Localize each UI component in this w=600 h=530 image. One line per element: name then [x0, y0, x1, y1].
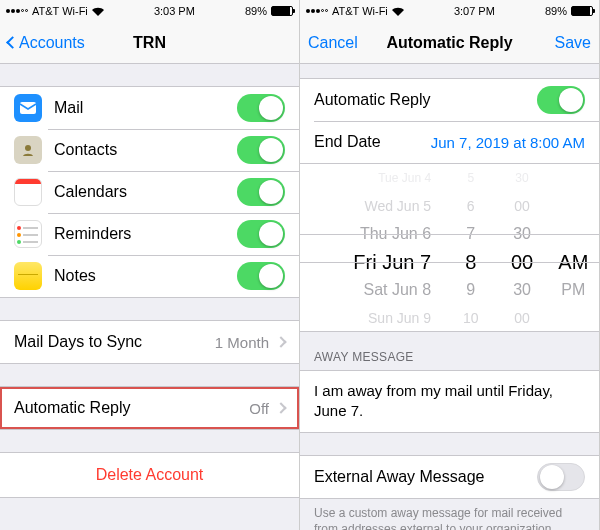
external-away-footer: Use a custom away message for mail recei…	[300, 499, 599, 531]
sync-value: 1 Month	[215, 334, 269, 351]
end-date-value: Jun 7, 2019 at 8:00 AM	[431, 134, 585, 151]
auto-reply-label: Automatic Reply	[14, 399, 249, 417]
cancel-button[interactable]: Cancel	[300, 22, 366, 63]
calendars-label: Calendars	[54, 183, 237, 201]
wifi-icon	[392, 7, 404, 16]
row-auto-reply-toggle[interactable]: Automatic Reply	[300, 79, 599, 121]
row-contacts[interactable]: Contacts	[0, 129, 299, 171]
external-away-group: External Away Message	[300, 455, 599, 499]
end-date-label: End Date	[314, 133, 431, 151]
contacts-icon	[14, 136, 42, 164]
nav-bar: Cancel Automatic Reply Save	[300, 22, 599, 64]
signal-icon	[306, 9, 328, 13]
row-mail[interactable]: Mail	[0, 87, 299, 129]
nav-title: TRN	[133, 34, 166, 52]
battery-percent: 89%	[545, 5, 567, 17]
external-away-toggle[interactable]	[537, 463, 585, 491]
mail-icon	[14, 94, 42, 122]
notes-toggle[interactable]	[237, 262, 285, 290]
contacts-toggle[interactable]	[237, 136, 285, 164]
auto-reply-value: Off	[249, 400, 269, 417]
nav-bar: Accounts TRN	[0, 22, 299, 64]
row-external-away[interactable]: External Away Message	[300, 456, 599, 498]
away-message-header: AWAY MESSAGE	[300, 332, 599, 370]
save-label: Save	[555, 34, 591, 52]
status-bar: AT&T Wi-Fi 3:07 PM 89%	[300, 0, 599, 22]
notes-icon	[14, 262, 42, 290]
row-mail-days-sync[interactable]: Mail Days to Sync 1 Month	[0, 321, 299, 363]
back-button[interactable]: Accounts	[0, 22, 93, 63]
status-bar: AT&T Wi-Fi 3:03 PM 89%	[0, 0, 299, 22]
auto-reply-toggle[interactable]	[537, 86, 585, 114]
battery-icon	[571, 6, 593, 16]
calendar-icon	[14, 178, 42, 206]
clock: 3:07 PM	[454, 5, 495, 17]
battery-icon	[271, 6, 293, 16]
screen-automatic-reply: AT&T Wi-Fi 3:07 PM 89% Cancel Automatic …	[300, 0, 600, 530]
row-reminders[interactable]: Reminders	[0, 213, 299, 255]
date-time-picker[interactable]: Tue Jun 4 Wed Jun 5 Thu Jun 6 Fri Jun 7 …	[300, 164, 599, 332]
auto-reply-group: Automatic Reply Off	[0, 386, 299, 430]
save-button[interactable]: Save	[547, 22, 599, 63]
auto-reply-form-group: Automatic Reply End Date Jun 7, 2019 at …	[300, 78, 599, 164]
sync-label: Mail Days to Sync	[14, 333, 215, 351]
reminders-icon	[14, 220, 42, 248]
screen-account-settings: AT&T Wi-Fi 3:03 PM 89% Accounts TRN Mail…	[0, 0, 300, 530]
picker-minute-column[interactable]: 30 00 30 00 30 00 30	[496, 164, 547, 331]
reminders-toggle[interactable]	[237, 220, 285, 248]
external-away-label: External Away Message	[314, 468, 537, 486]
row-calendars[interactable]: Calendars	[0, 171, 299, 213]
signal-icon	[6, 9, 28, 13]
chevron-right-icon	[275, 402, 286, 413]
row-notes[interactable]: Notes	[0, 255, 299, 297]
picker-ampm-column[interactable]: AM PM	[548, 164, 599, 331]
delete-account-button[interactable]: Delete Account	[0, 453, 299, 497]
back-label: Accounts	[19, 34, 85, 52]
contacts-label: Contacts	[54, 141, 237, 159]
auto-reply-label: Automatic Reply	[314, 91, 537, 109]
sync-group: Mail Days to Sync 1 Month	[0, 320, 299, 364]
delete-label: Delete Account	[96, 466, 204, 484]
battery-percent: 89%	[245, 5, 267, 17]
mail-label: Mail	[54, 99, 237, 117]
clock: 3:03 PM	[154, 5, 195, 17]
svg-point-1	[25, 145, 31, 151]
services-group: Mail Contacts Calendars Reminders Notes	[0, 86, 299, 298]
nav-title: Automatic Reply	[386, 34, 512, 52]
calendars-toggle[interactable]	[237, 178, 285, 206]
chevron-right-icon	[275, 336, 286, 347]
chevron-left-icon	[6, 36, 19, 49]
reminders-label: Reminders	[54, 225, 237, 243]
mail-toggle[interactable]	[237, 94, 285, 122]
picker-day-column[interactable]: Tue Jun 4 Wed Jun 5 Thu Jun 6 Fri Jun 7 …	[300, 164, 445, 331]
wifi-icon	[92, 7, 104, 16]
away-message-input[interactable]: I am away from my mail until Friday, Jun…	[300, 371, 599, 432]
row-automatic-reply[interactable]: Automatic Reply Off	[0, 387, 299, 429]
away-message-group: I am away from my mail until Friday, Jun…	[300, 370, 599, 433]
row-end-date[interactable]: End Date Jun 7, 2019 at 8:00 AM	[300, 121, 599, 163]
delete-group: Delete Account	[0, 452, 299, 498]
picker-hour-column[interactable]: 5 6 7 8 9 10 11	[445, 164, 496, 331]
svg-rect-0	[20, 102, 36, 114]
carrier-label: AT&T Wi-Fi	[332, 5, 388, 17]
cancel-label: Cancel	[308, 34, 358, 52]
carrier-label: AT&T Wi-Fi	[32, 5, 88, 17]
notes-label: Notes	[54, 267, 237, 285]
